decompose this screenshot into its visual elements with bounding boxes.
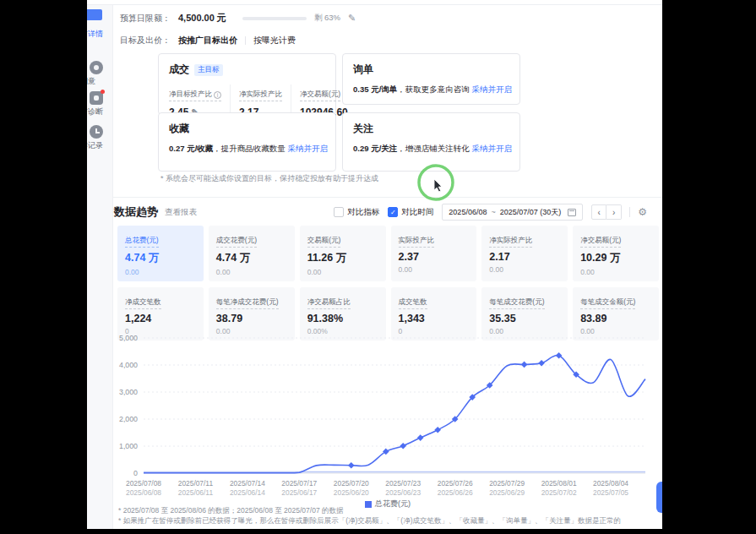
mouse-cursor-icon <box>434 179 442 192</box>
svg-text:2025/06/08: 2025/06/08 <box>126 488 161 497</box>
bidding-option-exposure[interactable]: 按曝光计费 <box>253 35 296 46</box>
goal-card-inquiry: 询单 0.35 元/询单，获取更多意向咨询 采纳并开启 <box>342 53 520 105</box>
metric-net-gmv-label[interactable]: 净交易额(元) <box>300 90 340 101</box>
trend-header: 数据趋势 查看报表 对比指标 ✓ 对比时间 2025/06/08 ~ 2025/… <box>114 202 647 222</box>
metric-tile-3[interactable]: 实际投产比2.370.00 <box>391 226 477 281</box>
svg-text:2025/06/17: 2025/06/17 <box>281 488 317 497</box>
notification-dot <box>101 90 105 94</box>
side-drawer-handle[interactable] <box>656 482 662 513</box>
date-start: 2025/06/08 <box>449 208 487 216</box>
trend-title: 数据趋势 <box>114 204 158 220</box>
tile-compare-value: 0.00 <box>125 268 196 276</box>
info-icon[interactable]: i <box>214 91 221 99</box>
follow-desc: 0.29 元/关注，增强店铺关注转化 采纳并开启 <box>353 144 509 155</box>
svg-text:5,000: 5,000 <box>119 334 138 342</box>
tile-value: 4.74 万 <box>216 251 287 265</box>
metric-tile-0[interactable]: 总花费(元)4.74 万0.00 <box>117 226 204 281</box>
view-report-link[interactable]: 查看报表 <box>165 207 197 218</box>
chart-note-1: * 2025/07/08 至 2025/08/06 的数据；2025/06/08… <box>118 506 344 516</box>
clock-hand2 <box>95 132 100 134</box>
bidding-divider <box>245 36 246 45</box>
budget-edit-icon[interactable]: ✎ <box>348 13 356 24</box>
legend-swatch <box>365 501 372 508</box>
tile-label: 净成交笔数 <box>125 297 161 309</box>
tile-compare-value: 0.00 <box>489 265 560 274</box>
favorite-card-title: 收藏 <box>169 122 325 136</box>
compare-metric-label: 对比指标 <box>347 207 379 218</box>
tile-value: 4.74 万 <box>125 251 196 265</box>
favorite-desc: 0.27 元/收藏，提升商品收藏数量 采纳并开启 <box>169 144 325 155</box>
svg-text:2025/06/20: 2025/06/20 <box>334 488 369 497</box>
follow-price: 0.29 元/关注 <box>353 144 397 153</box>
svg-text:2025/06/29: 2025/06/29 <box>489 488 525 497</box>
diagnosis-icon[interactable] <box>90 91 103 105</box>
date-separator: ~ <box>491 208 495 216</box>
deal-card-title: 成交 主目标 <box>169 63 325 77</box>
budget-label: 预算日限额： <box>120 13 171 25</box>
tile-label: 每笔成交金额(元) <box>580 297 635 309</box>
svg-text:0: 0 <box>133 469 138 477</box>
tile-value: 2.37 <box>399 251 470 263</box>
history-clock-icon[interactable] <box>90 125 103 139</box>
date-range-picker[interactable]: 2025/06/08 ~ 2025/07/07 (30天) <box>442 204 583 221</box>
bidding-label: 目标及出价： <box>120 35 171 46</box>
favorite-text: ，提升商品收藏数量 <box>213 144 287 153</box>
tile-label: 净交易额占比 <box>307 297 351 309</box>
tile-value: 11.26 万 <box>307 251 378 265</box>
tile-value: 91.38% <box>307 313 378 324</box>
tile-value: 1,224 <box>125 313 196 324</box>
svg-text:2025/07/29: 2025/07/29 <box>489 479 525 488</box>
metric-tile-1[interactable]: 成交花费(元)4.74 万0.00 <box>209 226 295 281</box>
goal-note: * 系统会尽可能达成你设置的目标，保持稳定投放有助于提升达成 <box>160 173 378 184</box>
idea-icon[interactable] <box>90 61 103 74</box>
metric-tile-5[interactable]: 净交易额(元)10.29 万0.00 <box>573 226 659 281</box>
main-content: 预算日限额： 4,500.00 元 剩 63% ✎ 目标及出价： 按推广目标出价… <box>113 5 662 529</box>
tile-compare-value: 0.00 <box>580 268 651 276</box>
inquiry-desc: 0.35 元/询单，获取更多意向咨询 采纳并开启 <box>353 84 509 95</box>
deal-title-text: 成交 <box>169 63 189 77</box>
prev-period-button[interactable]: ‹ <box>591 204 606 220</box>
svg-text:2025/08/04: 2025/08/04 <box>593 479 628 488</box>
favorite-price: 0.27 元/收藏 <box>169 144 213 153</box>
tile-compare-value: 0.00 <box>399 265 470 274</box>
legend-label: 总花费(元) <box>375 499 411 509</box>
tile-value: 2.17 <box>489 251 560 263</box>
metric-actual-roi-label[interactable]: 净实际投产比 <box>239 90 282 101</box>
date-nav-group: ‹ › <box>591 204 622 220</box>
metric-tile-2[interactable]: 交易额(元)11.26 万0.00 <box>300 226 386 281</box>
budget-progress-bar <box>242 17 307 20</box>
svg-text:2025/07/11: 2025/07/11 <box>178 479 214 488</box>
svg-text:2025/06/26: 2025/06/26 <box>438 488 473 497</box>
tile-value: 83.89 <box>580 313 651 324</box>
promotion-icon[interactable] <box>87 9 102 20</box>
app-panel: 广详情 创意 广诊断 作记录 预算日限额： 4,500.00 元 剩 63% ✎… <box>87 0 662 529</box>
metric-tiles: 总花费(元)4.74 万0.00成交花费(元)4.74 万0.00交易额(元)1… <box>117 226 659 341</box>
metric-tile-4[interactable]: 净实际投产比2.170.00 <box>481 226 568 281</box>
compare-metric-checkbox[interactable] <box>334 207 344 217</box>
compare-time-checkbox[interactable]: ✓ <box>388 207 398 217</box>
metric-target-roi-label[interactable]: 净目标投产比i <box>169 90 221 101</box>
bidding-row: 目标及出价： 按推广目标出价 按曝光计费 <box>120 35 296 46</box>
header-divider <box>629 207 630 217</box>
follow-card-title: 关注 <box>353 122 509 136</box>
section-divider <box>113 197 662 198</box>
svg-text:2025/07/02: 2025/07/02 <box>541 488 577 497</box>
tile-label: 每笔净成交花费(元) <box>216 297 279 309</box>
inquiry-adopt-link[interactable]: 采纳并开启 <box>471 84 512 94</box>
svg-text:2025/07/08: 2025/07/08 <box>126 479 161 488</box>
svg-text:4,000: 4,000 <box>119 361 138 369</box>
tile-label: 总花费(元) <box>125 236 159 248</box>
next-period-button[interactable]: › <box>606 204 622 220</box>
svg-text:2,000: 2,000 <box>119 415 138 423</box>
follow-adopt-link[interactable]: 采纳并开启 <box>471 144 512 153</box>
bidding-option-goal[interactable]: 按推广目标出价 <box>178 35 237 46</box>
svg-text:2025/08/01: 2025/08/01 <box>541 479 577 488</box>
tile-label: 净交易额(元) <box>580 236 621 248</box>
inquiry-price: 0.35 元/询单 <box>353 84 397 94</box>
tile-value: 10.29 万 <box>580 251 651 265</box>
calendar-icon <box>568 209 576 216</box>
tile-value: 35.35 <box>489 313 560 324</box>
settings-gear-icon[interactable]: ⚙ <box>638 206 647 218</box>
svg-text:2025/07/05: 2025/07/05 <box>593 488 628 497</box>
favorite-adopt-link[interactable]: 采纳并开启 <box>287 144 328 153</box>
